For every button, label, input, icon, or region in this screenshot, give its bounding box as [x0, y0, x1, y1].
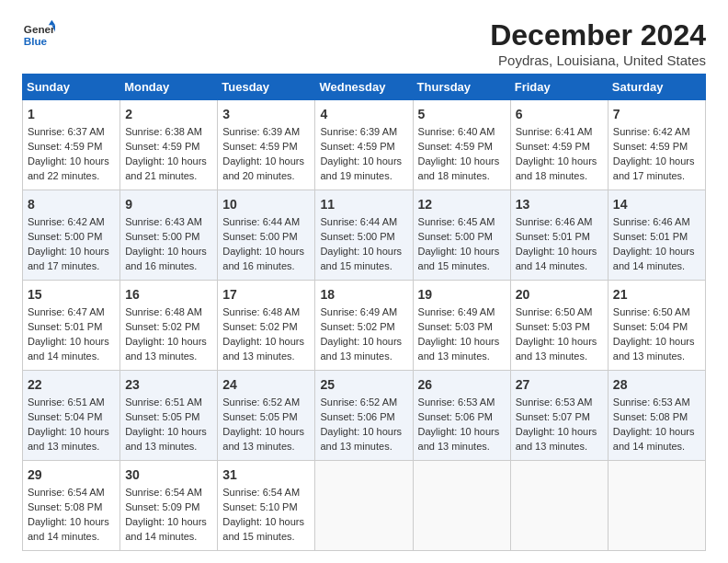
calendar-cell: 20Sunrise: 6:50 AMSunset: 5:03 PMDayligh… — [510, 281, 608, 371]
day-info: and 17 minutes. — [28, 259, 115, 274]
calendar-cell: 8Sunrise: 6:42 AMSunset: 5:00 PMDaylight… — [23, 190, 120, 281]
day-info: Daylight: 10 hours — [418, 335, 506, 350]
day-info: and 14 minutes. — [28, 530, 115, 545]
calendar-cell — [510, 461, 608, 551]
day-number: 6 — [516, 105, 603, 123]
day-number: 28 — [613, 375, 700, 394]
calendar-cell: 3Sunrise: 6:39 AMSunset: 4:59 PMDaylight… — [218, 100, 315, 190]
day-info: Sunrise: 6:39 AM — [222, 125, 310, 140]
day-info: Daylight: 10 hours — [516, 425, 603, 440]
day-info: Daylight: 10 hours — [516, 335, 603, 350]
day-info: Sunrise: 6:38 AM — [125, 125, 212, 140]
day-number: 19 — [418, 285, 506, 304]
calendar-cell — [608, 461, 705, 551]
day-info: Sunset: 5:07 PM — [516, 410, 603, 425]
day-info: and 15 minutes. — [222, 530, 310, 545]
day-info: Sunset: 5:01 PM — [28, 320, 115, 335]
calendar-cell: 4Sunrise: 6:39 AMSunset: 4:59 PMDaylight… — [315, 100, 413, 190]
day-info: Sunrise: 6:40 AM — [418, 125, 506, 140]
day-info: and 13 minutes. — [418, 350, 506, 364]
calendar-cell — [413, 461, 510, 551]
day-info: Sunset: 5:00 PM — [320, 230, 407, 245]
day-number: 15 — [28, 285, 115, 304]
day-info: Daylight: 10 hours — [28, 335, 115, 350]
day-number: 2 — [125, 105, 212, 123]
day-info: Sunrise: 6:52 AM — [222, 396, 310, 410]
day-number: 18 — [320, 285, 407, 304]
day-info: Sunset: 5:06 PM — [320, 410, 407, 425]
calendar-cell: 12Sunrise: 6:45 AMSunset: 5:00 PMDayligh… — [413, 190, 510, 281]
day-info: Sunset: 5:05 PM — [125, 410, 212, 425]
day-info: Daylight: 10 hours — [516, 245, 603, 259]
day-info: Sunrise: 6:49 AM — [418, 305, 506, 320]
calendar-cell: 15Sunrise: 6:47 AMSunset: 5:01 PMDayligh… — [23, 281, 120, 371]
calendar-cell: 7Sunrise: 6:42 AMSunset: 4:59 PMDaylight… — [608, 100, 705, 190]
day-info: Sunrise: 6:48 AM — [125, 305, 212, 320]
calendar-cell: 18Sunrise: 6:49 AMSunset: 5:02 PMDayligh… — [315, 281, 413, 371]
calendar-cell: 9Sunrise: 6:43 AMSunset: 5:00 PMDaylight… — [120, 190, 218, 281]
day-info: and 18 minutes. — [516, 169, 603, 184]
day-number: 8 — [28, 195, 115, 213]
day-number: 7 — [613, 105, 700, 123]
calendar-header-saturday: Saturday — [608, 75, 705, 100]
day-info: Sunset: 5:02 PM — [125, 320, 212, 335]
day-info: Sunset: 5:00 PM — [222, 230, 310, 245]
day-info: and 13 minutes. — [516, 350, 603, 364]
day-info: Daylight: 10 hours — [613, 425, 700, 440]
header: General Blue December 2024 Poydras, Loui… — [22, 18, 706, 68]
day-number: 24 — [222, 375, 310, 394]
day-info: Sunrise: 6:50 AM — [516, 305, 603, 320]
calendar-week-2: 8Sunrise: 6:42 AMSunset: 5:00 PMDaylight… — [23, 190, 706, 281]
calendar-cell: 13Sunrise: 6:46 AMSunset: 5:01 PMDayligh… — [510, 190, 608, 281]
day-number: 12 — [418, 195, 506, 213]
calendar-cell: 29Sunrise: 6:54 AMSunset: 5:08 PMDayligh… — [23, 461, 120, 551]
day-info: Sunrise: 6:43 AM — [125, 215, 212, 230]
day-info: Sunset: 5:06 PM — [418, 410, 506, 425]
day-info: Daylight: 10 hours — [125, 245, 212, 259]
calendar-cell: 2Sunrise: 6:38 AMSunset: 4:59 PMDaylight… — [120, 100, 218, 190]
day-info: Daylight: 10 hours — [222, 245, 310, 259]
day-info: Sunset: 5:02 PM — [222, 320, 310, 335]
day-info: Sunset: 5:05 PM — [222, 410, 310, 425]
subtitle: Poydras, Louisiana, United States — [490, 52, 706, 68]
day-number: 25 — [320, 375, 407, 394]
day-info: Daylight: 10 hours — [516, 155, 603, 169]
calendar-week-4: 22Sunrise: 6:51 AMSunset: 5:04 PMDayligh… — [23, 371, 706, 461]
day-info: Sunset: 5:09 PM — [125, 500, 212, 515]
day-info: Daylight: 10 hours — [418, 245, 506, 259]
day-info: and 13 minutes. — [613, 350, 700, 364]
calendar-cell: 14Sunrise: 6:46 AMSunset: 5:01 PMDayligh… — [608, 190, 705, 281]
day-info: Sunset: 5:04 PM — [613, 320, 700, 335]
day-info: Sunrise: 6:39 AM — [320, 125, 407, 140]
calendar-cell: 28Sunrise: 6:53 AMSunset: 5:08 PMDayligh… — [608, 371, 705, 461]
day-info: and 22 minutes. — [28, 169, 115, 184]
calendar-cell: 25Sunrise: 6:52 AMSunset: 5:06 PMDayligh… — [315, 371, 413, 461]
day-number: 4 — [320, 105, 407, 123]
day-info: and 20 minutes. — [222, 169, 310, 184]
day-info: Sunrise: 6:49 AM — [320, 305, 407, 320]
calendar-cell: 11Sunrise: 6:44 AMSunset: 5:00 PMDayligh… — [315, 190, 413, 281]
day-info: Sunset: 4:59 PM — [516, 140, 603, 155]
day-info: and 16 minutes. — [125, 259, 212, 274]
day-number: 27 — [516, 375, 603, 394]
day-info: Sunrise: 6:51 AM — [125, 396, 212, 410]
day-info: and 13 minutes. — [222, 440, 310, 454]
day-info: Daylight: 10 hours — [222, 515, 310, 530]
day-info: Daylight: 10 hours — [125, 425, 212, 440]
day-info: Daylight: 10 hours — [418, 425, 506, 440]
calendar-cell: 23Sunrise: 6:51 AMSunset: 5:05 PMDayligh… — [120, 371, 218, 461]
day-info: Sunset: 5:04 PM — [28, 410, 115, 425]
day-number: 26 — [418, 375, 506, 394]
day-info: Sunrise: 6:52 AM — [320, 396, 407, 410]
day-info: Daylight: 10 hours — [125, 515, 212, 530]
day-info: Sunrise: 6:44 AM — [320, 215, 407, 230]
calendar-cell: 27Sunrise: 6:53 AMSunset: 5:07 PMDayligh… — [510, 371, 608, 461]
day-number: 31 — [222, 465, 310, 484]
day-info: Sunrise: 6:53 AM — [418, 396, 506, 410]
day-info: Sunset: 5:00 PM — [28, 230, 115, 245]
day-info: Sunrise: 6:54 AM — [125, 486, 212, 500]
day-info: Sunrise: 6:50 AM — [613, 305, 700, 320]
day-info: Sunrise: 6:37 AM — [28, 125, 115, 140]
day-info: Daylight: 10 hours — [222, 335, 310, 350]
day-info: Daylight: 10 hours — [28, 515, 115, 530]
